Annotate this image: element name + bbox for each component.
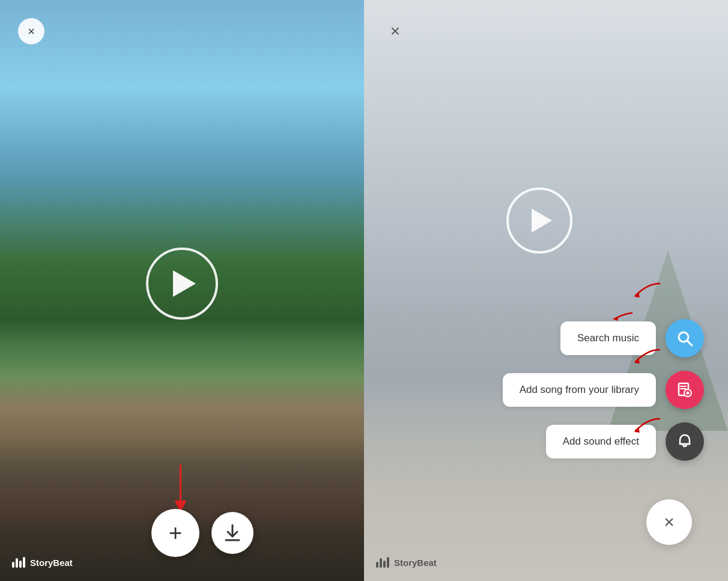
storybeat-logo-left: StoryBeat xyxy=(12,557,73,568)
download-button[interactable] xyxy=(211,512,253,554)
right-panel: × Search music Add song from your librar… xyxy=(364,0,728,581)
svg-point-9 xyxy=(687,392,690,395)
add-song-label: Add song from your library xyxy=(503,373,656,407)
close-icon-right: × xyxy=(390,23,400,40)
library-icon xyxy=(676,381,694,399)
arrow-to-sound-icon xyxy=(605,413,666,443)
add-song-row: Add song from your library xyxy=(400,371,704,409)
logo-bars-right-icon xyxy=(376,557,389,568)
left-close-button[interactable]: × xyxy=(18,18,44,44)
left-play-button[interactable] xyxy=(146,248,218,320)
arrow-indicator xyxy=(166,464,196,515)
storybeat-text-left: StoryBeat xyxy=(30,558,73,568)
download-icon xyxy=(223,524,241,542)
bottom-action-buttons: + xyxy=(151,509,253,557)
arrow-search-icon xyxy=(596,310,638,337)
add-sound-button[interactable] xyxy=(666,422,704,461)
storybeat-text-right: StoryBeat xyxy=(394,558,437,568)
play-triangle-right-icon xyxy=(532,208,552,233)
left-panel: × + StoryBeat xyxy=(0,0,364,581)
logo-bars-icon xyxy=(12,557,25,568)
bottom-close-button[interactable]: × xyxy=(646,499,692,545)
close-icon: × xyxy=(28,25,35,37)
arrow-to-search-icon xyxy=(605,278,666,308)
close-icon-bottom: × xyxy=(664,512,675,532)
bell-icon xyxy=(676,433,694,451)
add-song-button[interactable] xyxy=(666,371,704,409)
add-button[interactable]: + xyxy=(151,509,199,557)
right-play-button[interactable] xyxy=(506,187,572,254)
svg-line-5 xyxy=(687,341,692,345)
search-icon xyxy=(676,329,694,347)
right-close-button[interactable]: × xyxy=(382,18,408,44)
storybeat-logo-right: StoryBeat xyxy=(376,557,437,568)
arrow-to-library-icon xyxy=(605,344,666,374)
down-arrow-icon xyxy=(166,464,196,513)
plus-icon: + xyxy=(169,522,182,544)
play-triangle-icon xyxy=(173,270,196,297)
search-music-button[interactable] xyxy=(666,319,704,357)
